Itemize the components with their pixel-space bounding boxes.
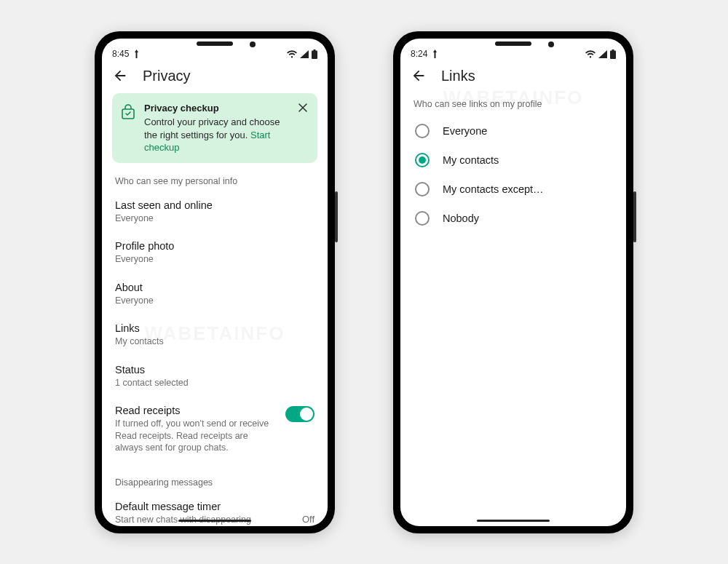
radio-icon	[415, 182, 430, 196]
app-notification-icon	[133, 49, 140, 58]
banner-body: Privacy checkup Control your privacy and…	[144, 102, 288, 154]
banner-title: Privacy checkup	[144, 102, 288, 115]
content: Who can see links on my profile Everyone…	[400, 93, 626, 526]
item-about[interactable]: About Everyone	[112, 276, 317, 317]
item-sub: Everyone	[115, 253, 314, 266]
radio-label: My contacts except…	[443, 183, 544, 195]
radio-icon	[415, 211, 430, 226]
item-title: Profile photo	[115, 240, 314, 252]
item-title: Status	[115, 364, 314, 376]
phone-camera-dot	[250, 41, 256, 47]
screen-left: 8:45 Privacy	[102, 39, 328, 526]
appbar: Privacy	[102, 60, 328, 93]
statusbar: 8:45	[102, 39, 328, 60]
battery-icon	[312, 49, 317, 59]
svg-rect-0	[312, 50, 317, 59]
back-icon[interactable]	[411, 68, 427, 84]
phone-camera-dot	[548, 41, 554, 47]
back-icon[interactable]	[112, 68, 128, 84]
statusbar: 8:24	[400, 39, 626, 60]
item-sub: 1 contact selected	[115, 377, 314, 389]
radio-option-my-contacts-except[interactable]: My contacts except…	[411, 175, 616, 204]
item-sub: My contacts	[115, 335, 314, 348]
signal-icon	[300, 50, 309, 58]
item-title: Read receipts	[115, 405, 277, 416]
item-links[interactable]: Links My contacts	[112, 317, 317, 358]
statusbar-time: 8:24	[411, 49, 427, 59]
radio-icon	[415, 124, 430, 138]
item-profile-photo[interactable]: Profile photo Everyone	[112, 234, 317, 276]
toggle-knob	[300, 408, 313, 421]
lock-check-icon	[121, 103, 135, 119]
item-read-receipts[interactable]: Read receipts If turned off, you won't s…	[112, 399, 317, 464]
item-last-seen[interactable]: Last seen and online Everyone	[112, 194, 317, 235]
radio-label: Nobody	[443, 213, 479, 224]
item-title: About	[115, 282, 314, 293]
privacy-checkup-banner[interactable]: Privacy checkup Control your privacy and…	[112, 93, 317, 163]
radio-label: My contacts	[443, 154, 499, 166]
page-title: Links	[441, 68, 475, 84]
item-sub: Everyone	[115, 213, 314, 225]
battery-icon	[610, 49, 616, 59]
item-title: Links	[115, 322, 314, 334]
radio-icon	[415, 153, 430, 167]
section-label-personal-info: Who can see my personal info	[112, 170, 317, 194]
read-receipts-toggle[interactable]	[285, 406, 314, 422]
default-timer-value: Off	[302, 514, 314, 525]
svg-rect-1	[314, 49, 316, 51]
item-title: Last seen and online	[115, 199, 314, 211]
screen-right: 8:24 Links	[400, 39, 626, 526]
close-icon[interactable]	[297, 102, 309, 114]
statusbar-time: 8:45	[112, 49, 129, 59]
svg-rect-4	[612, 49, 614, 51]
appbar: Links	[400, 60, 626, 93]
svg-rect-3	[610, 50, 616, 59]
section-label-disappearing: Disappearing messages	[112, 472, 317, 495]
app-notification-icon	[432, 49, 438, 58]
signal-icon	[598, 50, 607, 58]
radio-option-nobody[interactable]: Nobody	[411, 204, 616, 233]
item-sub: If turned off, you won't send or receive…	[115, 418, 277, 454]
content: Privacy checkup Control your privacy and…	[102, 93, 328, 526]
radio-label: Everyone	[443, 125, 487, 137]
radio-option-my-contacts[interactable]: My contacts	[411, 146, 616, 175]
phone-mock-right: 8:24 Links	[393, 31, 633, 533]
section-label-links-visibility: Who can see links on my profile	[411, 93, 616, 116]
item-status[interactable]: Status 1 contact selected	[112, 358, 317, 400]
phone-mock-left: 8:45 Privacy	[95, 31, 335, 533]
radio-option-everyone[interactable]: Everyone	[411, 116, 616, 146]
home-indicator[interactable]	[477, 520, 550, 522]
wifi-icon	[585, 50, 596, 58]
wifi-icon	[287, 50, 297, 58]
item-title: Default message timer	[115, 501, 293, 512]
item-sub: Everyone	[115, 295, 314, 307]
home-indicator[interactable]	[178, 520, 251, 522]
page-title: Privacy	[143, 68, 191, 84]
